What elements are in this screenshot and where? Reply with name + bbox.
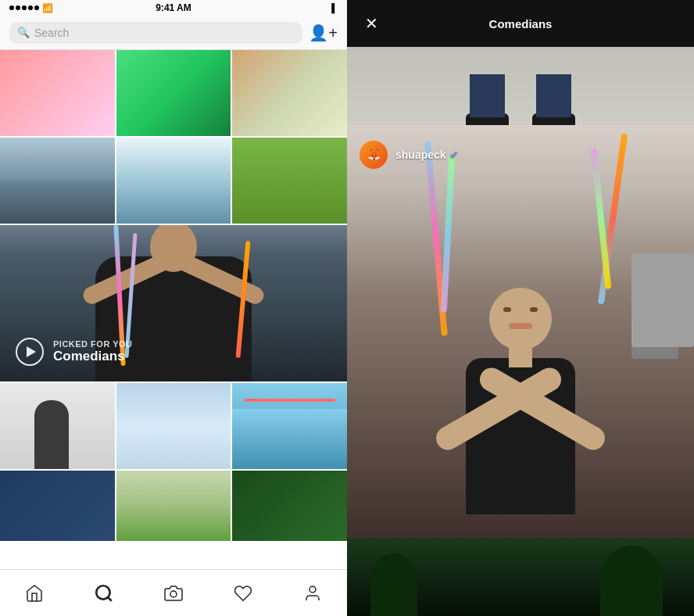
- grid-row-2: [0, 138, 347, 224]
- grid-cell-3[interactable]: [232, 50, 347, 136]
- featured-overlay: PICKED FOR YOU Comedians: [16, 338, 133, 366]
- home-icon: [25, 584, 44, 603]
- play-button[interactable]: [16, 338, 44, 366]
- add-person-button[interactable]: 👤+: [309, 23, 338, 42]
- user-avatar: 🦊: [360, 141, 388, 169]
- nav-profile[interactable]: [295, 576, 330, 611]
- status-left: 📶: [9, 3, 53, 13]
- featured-title: Comedians: [53, 349, 133, 364]
- grid-cell-7[interactable]: [0, 383, 115, 469]
- nav-camera[interactable]: [156, 576, 191, 611]
- verified-badge: ✔: [449, 149, 458, 161]
- video-container[interactable]: 🦊 shuapeck ✔: [347, 47, 694, 616]
- user-info: 🦊 shuapeck ✔: [360, 141, 458, 169]
- grid-cell-12[interactable]: [232, 471, 347, 541]
- username-text: shuapeck: [395, 149, 446, 161]
- battery-icon: ▌: [331, 3, 338, 13]
- grid-cell-1[interactable]: [0, 50, 115, 136]
- username: shuapeck ✔: [395, 149, 458, 161]
- left-panel: 📶 9:41 AM ▌ 🔍 Search 👤+: [0, 0, 347, 616]
- nav-heart[interactable]: [226, 576, 260, 611]
- grid-row-1: [0, 50, 347, 136]
- video-bottom: [347, 538, 694, 616]
- profile-icon: [303, 584, 322, 603]
- signal-dot: [9, 5, 14, 10]
- signal-dot: [28, 5, 33, 10]
- heart-icon: [234, 584, 252, 603]
- signal-dot: [16, 5, 20, 10]
- bottom-nav: [0, 569, 347, 616]
- grid-cell-6[interactable]: [232, 138, 347, 224]
- search-icon: 🔍: [17, 27, 30, 38]
- person-head: [489, 288, 552, 350]
- search-nav-icon: [94, 583, 114, 603]
- grid-cell-8[interactable]: [116, 383, 231, 469]
- search-bar: 🔍 Search 👤+: [0, 16, 347, 50]
- grid-cell-9[interactable]: [232, 383, 347, 469]
- photo-grid: PICKED FOR YOU Comedians: [0, 50, 347, 569]
- featured-card[interactable]: PICKED FOR YOU Comedians: [0, 225, 347, 381]
- status-right: ▌: [331, 3, 338, 13]
- featured-text: PICKED FOR YOU Comedians: [53, 339, 133, 364]
- status-time: 9:41 AM: [156, 2, 191, 13]
- picked-for-you-label: PICKED FOR YOU: [53, 339, 133, 349]
- search-input-container[interactable]: 🔍 Search: [9, 22, 302, 44]
- close-icon: ✕: [365, 14, 378, 33]
- grid-cell-5[interactable]: [116, 138, 231, 224]
- nav-home[interactable]: [17, 576, 52, 611]
- grid-row-3: [0, 383, 347, 469]
- wifi-icon: 📶: [42, 3, 53, 13]
- grid-cell-11[interactable]: [116, 471, 231, 541]
- grid-cell-2[interactable]: [116, 50, 231, 136]
- signal-dots: [9, 5, 39, 10]
- video-main: [347, 125, 694, 553]
- right-title: Comedians: [489, 17, 553, 30]
- signal-dot: [34, 5, 39, 10]
- play-icon: [27, 346, 36, 357]
- svg-point-0: [96, 586, 109, 599]
- grid-row-4: [0, 471, 347, 541]
- camera-icon: [164, 584, 183, 603]
- signal-dot: [22, 5, 27, 10]
- right-panel: ✕ Comedians 🦊 shuapeck ✔: [347, 0, 694, 616]
- svg-point-3: [309, 586, 316, 593]
- right-header: ✕ Comedians: [347, 0, 694, 47]
- close-button[interactable]: ✕: [360, 12, 383, 35]
- svg-line-1: [108, 597, 112, 601]
- search-placeholder: Search: [34, 27, 69, 39]
- status-bar: 📶 9:41 AM ▌: [0, 0, 347, 16]
- avatar-emoji: 🦊: [367, 149, 381, 161]
- add-person-icon: 👤+: [309, 24, 338, 41]
- nav-search[interactable]: [87, 576, 121, 611]
- svg-point-2: [170, 591, 177, 597]
- grid-cell-4[interactable]: [0, 138, 115, 224]
- grid-cell-10[interactable]: [0, 471, 115, 541]
